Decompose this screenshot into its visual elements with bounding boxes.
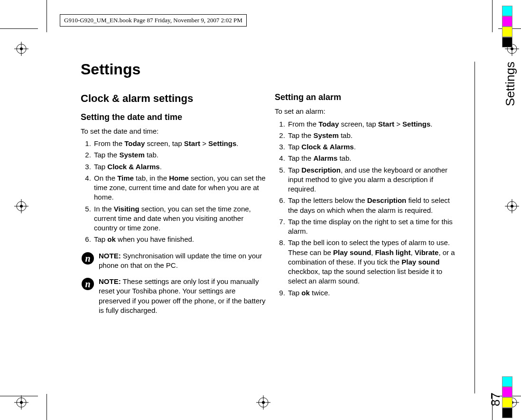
svg-point-23: [511, 205, 513, 208]
svg-point-19: [20, 205, 23, 208]
list-item: From the Today screen, tap Start > Setti…: [287, 119, 460, 129]
list-item: Tap ok when you have finished.: [93, 235, 266, 244]
list-item: Tap Description, and use the keyboard or…: [287, 165, 460, 194]
registration-mark-icon: [14, 42, 28, 56]
page-header-box: G910-G920_UM_EN.book Page 87 Friday, Nov…: [60, 14, 247, 27]
registration-mark-icon: [256, 395, 270, 410]
steps-list: From the Today screen, tap Start > Setti…: [81, 139, 266, 245]
crop-line: [492, 0, 493, 32]
note-block: n NOTE: Synchronisation will update the …: [81, 251, 266, 271]
page-content: Settings Clock & alarm settings Setting …: [81, 61, 460, 315]
list-item: Tap the System tab.: [287, 131, 460, 140]
page-header-text: G910-G920_UM_EN.book Page 87 Friday, Nov…: [64, 17, 242, 24]
intro-text: To set an alarm:: [275, 107, 460, 116]
steps-list: From the Today screen, tap Start > Setti…: [275, 119, 460, 298]
list-item: Tap ok twice.: [287, 288, 460, 298]
intro-text: To set the date and time:: [81, 127, 266, 136]
left-column: Clock & alarm settings Setting the date …: [81, 91, 266, 315]
note-text: NOTE: These settings are only lost if yo…: [99, 277, 266, 315]
color-bar-icon: [502, 376, 512, 418]
list-item: Tap Clock & Alarms.: [93, 162, 266, 172]
svg-point-27: [262, 401, 265, 404]
subsection-heading: Setting the date and time: [81, 111, 266, 123]
list-item: Tap the bell icon to select the types of…: [287, 238, 460, 286]
list-item: On the Time tab, in the Home section, yo…: [93, 173, 266, 202]
list-item: Tap the letters below the Description fi…: [287, 196, 460, 215]
list-item: Tap the Alarms tab.: [287, 154, 460, 163]
registration-mark-icon: [14, 395, 28, 410]
page-number: 87: [488, 393, 503, 406]
svg-point-11: [20, 401, 23, 404]
note-block: n NOTE: These settings are only lost if …: [81, 277, 266, 315]
crop-line: [47, 0, 47, 32]
note-icon: n: [81, 277, 95, 291]
list-item: Tap the System tab.: [93, 150, 266, 160]
registration-mark-icon: [505, 199, 519, 213]
page-frame-line: [474, 62, 475, 393]
side-section-label: Settings: [503, 62, 518, 106]
list-item: Tap Clock & Alarms.: [287, 142, 460, 152]
list-item: In the Visiting section, you can set the…: [93, 204, 266, 233]
crop-line: [0, 396, 38, 396]
crop-line: [0, 28, 38, 29]
note-text: NOTE: Synchronisation will update the ti…: [99, 251, 266, 271]
note-icon: n: [81, 251, 95, 265]
list-item: From the Today screen, tap Start > Setti…: [93, 139, 266, 148]
svg-point-3: [20, 47, 23, 50]
page-title: Settings: [81, 61, 460, 78]
svg-point-7: [511, 47, 513, 50]
section-heading: Clock & alarm settings: [81, 91, 266, 106]
subsection-heading: Setting an alarm: [275, 91, 460, 103]
right-column: Setting an alarm To set an alarm: From t…: [275, 91, 460, 315]
registration-mark-icon: [14, 199, 28, 213]
svg-text:n: n: [85, 279, 90, 289]
svg-text:n: n: [85, 253, 90, 264]
crop-line: [47, 394, 47, 420]
list-item: Tap the time display on the right to set…: [287, 217, 460, 237]
color-bar-icon: [502, 6, 512, 47]
